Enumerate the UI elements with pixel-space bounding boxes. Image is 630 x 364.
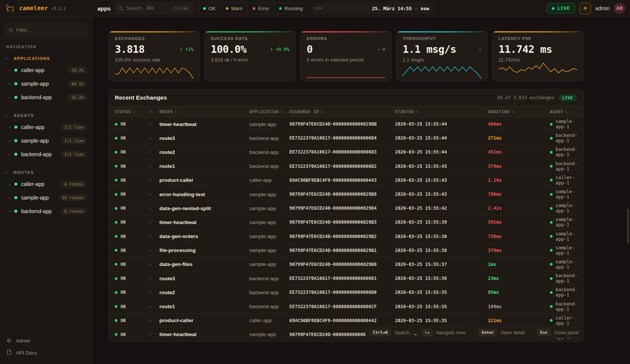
open-detail-arrow-icon[interactable]: ↗ [148, 332, 152, 338]
time-range-tab[interactable] [332, 7, 341, 9]
time-range-tabs [314, 7, 368, 9]
search-input[interactable] [126, 6, 169, 11]
open-detail-arrow-icon[interactable]: ↗ [148, 206, 152, 211]
open-detail-arrow-icon[interactable]: ↗ [148, 248, 152, 253]
table-row[interactable]: OK ↗ route2 backend-app EE7322370A10617-… [109, 145, 583, 159]
status-label: OK [120, 121, 126, 127]
app-version: v3.2.1 [51, 6, 66, 11]
open-detail-arrow-icon[interactable]: ↗ [148, 290, 152, 295]
sidebar-item-api-docs[interactable]: API Docs [6, 347, 86, 359]
sidebar-item-badge: 1/1 live [61, 151, 87, 158]
duration-value: 85ms [488, 290, 550, 295]
global-search[interactable]: Ctrl+K [116, 3, 193, 14]
open-detail-arrow-icon[interactable]: ↗ [148, 220, 152, 225]
chevron-right-icon: ▸ [9, 153, 14, 156]
open-detail-arrow-icon[interactable]: ↗ [148, 304, 152, 310]
status-filter-group: OK Warn Error Running [198, 3, 308, 14]
table-row[interactable]: OK ↗ data-gen-files sample-app 90799F47E… [109, 258, 583, 272]
table-row[interactable]: OK ↗ timer-heartbeat sample-app 90799F47… [109, 117, 583, 131]
duration-value: 466ms [488, 121, 550, 127]
time-range-display[interactable]: 25. März 14:55 – now [372, 6, 429, 11]
table-row[interactable]: OK ↗ file-processing sample-app 90799F47… [109, 244, 583, 258]
open-detail-arrow-icon[interactable]: ↗ [148, 136, 152, 141]
hint-key: Esc [537, 329, 551, 336]
agent-dot [550, 123, 553, 126]
status-dot [115, 151, 117, 154]
time-range-tab[interactable] [323, 7, 332, 9]
table-row[interactable]: OK ↗ product-caller caller-app 69AC90BF8… [109, 314, 583, 328]
column-header[interactable]: STARTED ⇅ [395, 109, 488, 114]
table-row[interactable]: OK ↗ data-gen-nested-split sample-app 90… [109, 201, 583, 215]
sidebar-item[interactable]: ▸ sample-app 84.1k [0, 77, 92, 91]
sun-icon: ☀ [583, 5, 588, 12]
open-detail-arrow-icon[interactable]: ↗ [148, 192, 152, 197]
sort-icon: ⇅ [565, 110, 568, 114]
live-toggle-button[interactable]: LIVE [547, 3, 575, 14]
status-filter[interactable]: Running [274, 3, 307, 14]
theme-toggle-button[interactable]: ☀ [579, 3, 591, 14]
table-row[interactable]: OK ↗ data-gen-orders sample-app 90799F47… [109, 230, 583, 244]
table-row[interactable]: OK ↗ route3 backend-app EE7322370A10617-… [109, 272, 583, 286]
time-range-tab[interactable] [341, 7, 350, 9]
table-row[interactable]: OK ↗ route1 backend-app EE7322370A10617-… [109, 299, 583, 313]
open-detail-arrow-icon[interactable]: ↗ [148, 122, 152, 127]
application-name: backend-app [249, 290, 289, 295]
status-filter[interactable]: Warn [221, 3, 248, 14]
column-header[interactable]: AGENT ⇅ [550, 109, 583, 114]
table-row[interactable]: OK ↗ route2 backend-app EE7322370A10617-… [109, 286, 583, 299]
table-row[interactable]: OK ↗ route3 backend-app EE7322370A10617-… [109, 131, 583, 145]
chevron-right-icon: ▸ [9, 196, 14, 200]
time-range-tab[interactable] [350, 7, 359, 9]
sidebar-item[interactable]: ▸ sample-app 16 routes [0, 191, 92, 204]
stat-card: ERRORS 0 → 0 0 errors in selected period [300, 31, 392, 81]
sidebar-item[interactable]: ▸ caller-app 4 routes [0, 177, 92, 191]
sidebar-item[interactable]: ▸ caller-app 1/1 live [0, 120, 92, 134]
table-row[interactable]: OK ↗ error-handling-test sample-app 9079… [109, 187, 583, 201]
sidebar-item-badge: 32.2k [68, 94, 87, 101]
app-name: cameleer [19, 5, 48, 12]
sidebar-item[interactable]: ▸ sample-app 1/1 live [0, 134, 92, 147]
column-header[interactable]: EXCHANGE ID ⇅ [289, 109, 395, 114]
table-row[interactable]: OK ↗ product-caller caller-app 69AC90BF8… [109, 174, 583, 187]
sidebar-item[interactable]: ▸ backend-app 32.2k [0, 91, 92, 104]
open-detail-arrow-icon[interactable]: ↗ [148, 262, 152, 267]
column-header[interactable]: ⇅ [148, 110, 159, 114]
status-label: OK [120, 248, 126, 253]
vertical-scrollbar[interactable] [627, 209, 629, 243]
duration-value: 451ms [488, 149, 550, 155]
status-filter[interactable]: Error [247, 3, 274, 14]
column-header[interactable]: STATUS ⇅ [115, 109, 148, 114]
table-row[interactable]: OK ↗ timer-heartbeat sample-app 90799F47… [109, 215, 583, 229]
open-detail-arrow-icon[interactable]: ↗ [148, 150, 152, 155]
sidebar-item-admin[interactable]: ⚙ Admin [6, 335, 86, 347]
sidebar-item[interactable]: ▸ caller-app 10.7k [0, 63, 92, 77]
column-header[interactable]: APPLICATION ⇅ [249, 109, 289, 114]
time-range-tab[interactable] [314, 7, 323, 9]
nav-section-header[interactable]: ▾ AGENTS [0, 111, 92, 120]
sidebar-item[interactable]: ▸ backend-app 6 routes [0, 204, 92, 218]
sidebar-filter[interactable] [5, 23, 88, 36]
agent-dot [550, 137, 553, 140]
open-detail-arrow-icon[interactable]: ↗ [148, 178, 152, 183]
sidebar-item[interactable]: ▸ backend-app 1/1 live [0, 147, 92, 161]
time-range-tab[interactable] [359, 7, 368, 9]
stat-card: THROUGHPUT 1.1 msg/s → 1.1 msg/s [396, 31, 488, 81]
table-row[interactable]: OK ↗ route1 backend-app EE7322370A10617-… [109, 160, 583, 174]
nav-section: ▾ APPLICATIONS ▸ caller-app 10.7k ▸ sam [0, 51, 92, 108]
filter-input[interactable] [16, 27, 83, 33]
sparkline [307, 62, 385, 78]
nav-section-header[interactable]: ▾ APPLICATIONS [0, 54, 92, 63]
agent-name: sample-app-1 [556, 245, 583, 256]
route-name: route2 [159, 149, 249, 155]
column-header[interactable]: ROUTE ⇅ [159, 109, 249, 114]
nav-section-header[interactable]: ▾ ROUTES [0, 167, 92, 177]
column-header[interactable]: DURATION ⇅ [488, 109, 550, 114]
open-detail-arrow-icon[interactable]: ↗ [148, 234, 152, 240]
avatar[interactable]: AD [614, 3, 625, 14]
open-detail-arrow-icon[interactable]: ↗ [148, 276, 152, 281]
status-label: OK [120, 192, 126, 197]
nav-section-label: APPLICATIONS [14, 56, 50, 61]
open-detail-arrow-icon[interactable]: ↗ [148, 318, 152, 324]
open-detail-arrow-icon[interactable]: ↗ [148, 164, 152, 169]
status-filter[interactable]: OK [198, 3, 221, 14]
